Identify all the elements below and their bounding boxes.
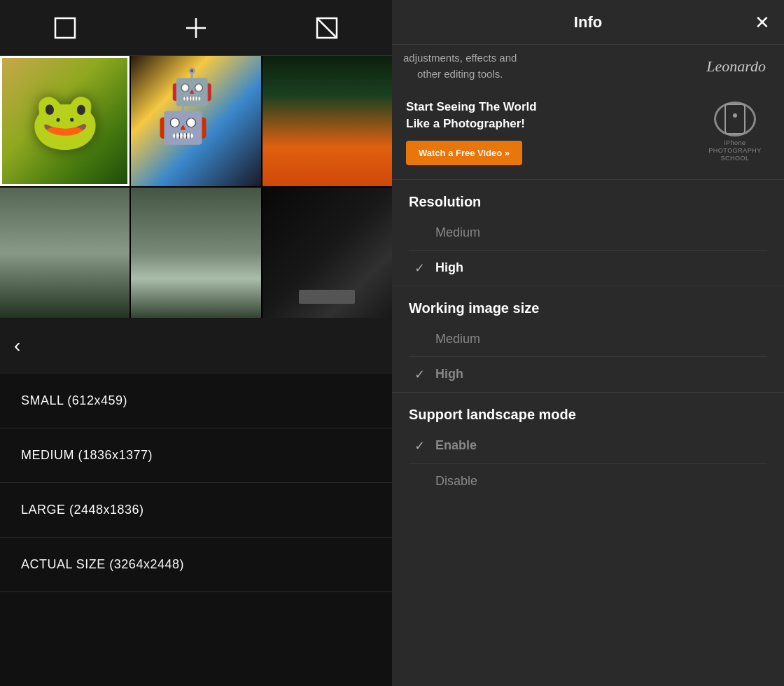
promo-description: adjustments, effects andother editing to… <box>403 50 517 82</box>
working-size-high-label: High <box>435 367 463 382</box>
left-panel: 🤖 ‹ SMALL (612x459) MEDIUM (1836x1377) L… <box>0 0 392 686</box>
size-actual[interactable]: ACTUAL SIZE (3264x2448) <box>0 538 392 592</box>
info-header: Info ✕ <box>392 0 784 45</box>
landscape-section: Support landscape mode ✓ Enable Disable <box>392 393 784 498</box>
ad-cta-button[interactable]: Watch a Free Video » <box>406 141 522 165</box>
landscape-enable-check: ✓ <box>414 438 428 454</box>
landscape-enable-label: Enable <box>435 438 477 453</box>
working-size-high-check: ✓ <box>414 367 428 382</box>
size-medium[interactable]: MEDIUM (1836x1377) <box>0 428 392 483</box>
size-small[interactable]: SMALL (612x459) <box>0 374 392 428</box>
resolution-title: Resolution <box>409 194 767 210</box>
back-chevron[interactable]: ‹ <box>14 335 20 357</box>
select-button[interactable] <box>50 13 80 43</box>
landscape-options: ✓ Enable Disable <box>409 428 767 498</box>
working-size-high-option[interactable]: ✓ High <box>409 357 767 392</box>
top-toolbar <box>0 0 392 56</box>
resolution-medium-option[interactable]: Medium <box>409 216 767 251</box>
working-size-medium-label: Medium <box>435 332 480 346</box>
svg-line-3 <box>317 18 337 38</box>
resolution-high-option[interactable]: ✓ High <box>409 251 767 286</box>
resolution-medium-label: Medium <box>435 225 480 240</box>
landscape-disable-label: Disable <box>435 474 477 489</box>
right-panel: Info ✕ adjustments, effects andother edi… <box>392 0 784 686</box>
ad-headline: Start Seeing The WorldLike a Photographe… <box>406 99 689 132</box>
working-size-medium-option[interactable]: Medium <box>409 322 767 357</box>
add-button[interactable] <box>181 13 211 43</box>
svg-rect-0 <box>55 18 75 38</box>
size-list: SMALL (612x459) MEDIUM (1836x1377) LARGE… <box>0 374 392 686</box>
close-button[interactable]: ✕ <box>755 11 770 33</box>
ad-text-block: Start Seeing The WorldLike a Photographe… <box>406 99 689 165</box>
landscape-enable-option[interactable]: ✓ Enable <box>409 428 767 464</box>
photo-kermit[interactable] <box>0 56 130 186</box>
resolution-section: Resolution Medium ✓ High <box>392 180 784 286</box>
ad-logo-text: iPhonePHOTOGRAPHY SCHOOL <box>700 139 770 162</box>
landscape-disable-option[interactable]: Disable <box>409 464 767 498</box>
promo-top-row: adjustments, effects andother editing to… <box>392 45 784 88</box>
resolution-high-check: ✓ <box>414 260 428 276</box>
working-image-size-options: Medium ✓ High <box>409 322 767 392</box>
resolution-options: Medium ✓ High <box>409 216 767 286</box>
ad-banner: Start Seeing The WorldLike a Photographe… <box>392 88 784 179</box>
photo-grid: 🤖 <box>0 56 392 318</box>
ad-logo: iPhonePHOTOGRAPHY SCHOOL <box>700 104 770 160</box>
photo-minion[interactable]: 🤖 <box>131 56 260 186</box>
leonardo-brand: Leonardo <box>706 57 773 76</box>
working-image-size-section: Working image size Medium ✓ High <box>392 286 784 392</box>
photo-boy1[interactable] <box>0 188 130 318</box>
landscape-title: Support landscape mode <box>409 407 767 423</box>
crop-button[interactable] <box>312 13 342 43</box>
photo-flower[interactable] <box>262 56 392 186</box>
resolution-high-label: High <box>435 260 463 275</box>
info-title: Info <box>574 13 602 31</box>
scroll-nav: ‹ <box>0 318 392 374</box>
working-image-size-title: Working image size <box>409 300 767 316</box>
photo-boy2[interactable] <box>131 188 260 318</box>
iphone-logo-icon <box>714 102 756 136</box>
photo-dark[interactable] <box>262 188 392 318</box>
size-large[interactable]: LARGE (2448x1836) <box>0 483 392 538</box>
